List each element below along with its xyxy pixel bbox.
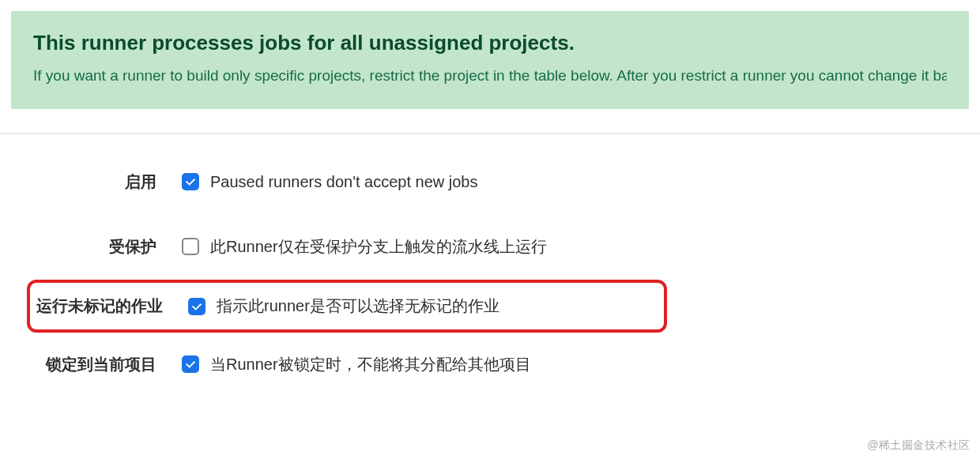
protected-row: 受保护 此Runner仅在受保护分支上触发的流水线上运行 (24, 231, 956, 262)
untagged-checkbox[interactable] (188, 298, 205, 315)
enable-checkbox[interactable] (182, 173, 199, 190)
watermark-text: @稀土掘金技术社区 (867, 438, 971, 453)
untagged-checkbox-label: 指示此runner是否可以选择无标记的作业 (217, 295, 499, 317)
locked-row: 锁定到当前项目 当Runner被锁定时，不能将其分配给其他项目 (24, 348, 956, 380)
protected-label: 受保护 (24, 236, 182, 258)
locked-label: 锁定到当前项目 (24, 354, 182, 375)
highlighted-untagged-row: 运行未标记的作业 指示此runner是否可以选择无标记的作业 (27, 280, 667, 333)
check-icon (191, 301, 202, 312)
alert-title: This runner processes jobs for all unass… (33, 30, 947, 57)
enable-control: Paused runners don't accept new jobs (182, 173, 477, 191)
untagged-control: 指示此runner是否可以选择无标记的作业 (188, 295, 499, 317)
check-icon (185, 176, 196, 187)
protected-control: 此Runner仅在受保护分支上触发的流水线上运行 (182, 236, 547, 258)
locked-control: 当Runner被锁定时，不能将其分配给其他项目 (182, 354, 531, 375)
protected-checkbox[interactable] (182, 238, 199, 255)
enable-row: 启用 Paused runners don't accept new jobs (24, 166, 956, 198)
runner-settings-form: 启用 Paused runners don't accept new jobs … (0, 134, 980, 380)
locked-checkbox-label: 当Runner被锁定时，不能将其分配给其他项目 (210, 354, 531, 375)
check-icon (185, 359, 196, 370)
enable-label: 启用 (24, 171, 182, 193)
enable-checkbox-label: Paused runners don't accept new jobs (210, 173, 477, 191)
locked-checkbox[interactable] (182, 356, 199, 373)
info-alert: This runner processes jobs for all unass… (11, 11, 969, 109)
alert-description: If you want a runner to build only speci… (33, 65, 947, 88)
untagged-label: 运行未标记的作业 (33, 295, 188, 317)
protected-checkbox-label: 此Runner仅在受保护分支上触发的流水线上运行 (210, 236, 547, 258)
